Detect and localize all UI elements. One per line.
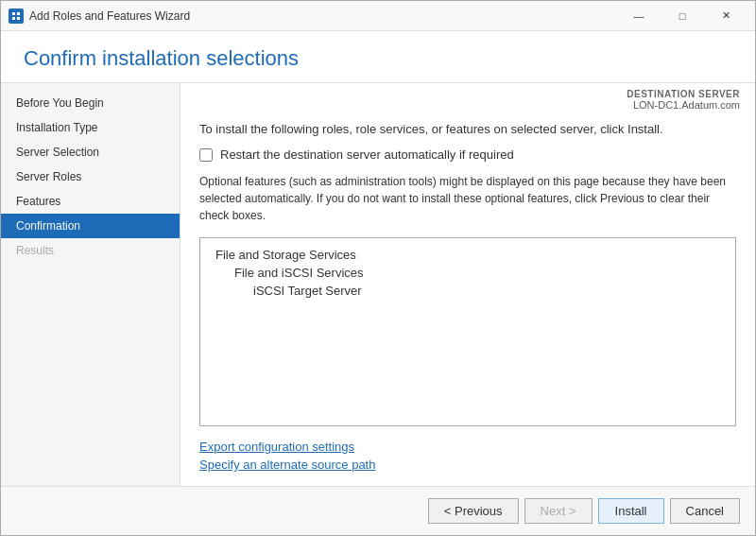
feature-item-0: File and Storage Services: [215, 248, 720, 262]
restart-checkbox-row: Restart the destination server automatic…: [199, 147, 736, 162]
sidebar-item-server-selection[interactable]: Server Selection: [1, 140, 180, 164]
restart-checkbox-label: Restart the destination server automatic…: [220, 147, 514, 162]
features-box: File and Storage Services File and iSCSI…: [199, 237, 736, 426]
sidebar-item-features[interactable]: Features: [1, 189, 180, 214]
alternate-source-link[interactable]: Specify an alternate source path: [199, 458, 736, 472]
restart-checkbox[interactable]: [199, 148, 213, 162]
right-content: DESTINATION SERVER LON-DC1.Adatum.com To…: [180, 83, 755, 486]
sidebar-item-confirmation[interactable]: Confirmation: [1, 214, 180, 238]
svg-rect-1: [12, 12, 15, 15]
titlebar-title: Add Roles and Features Wizard: [29, 9, 617, 23]
destination-server-info: DESTINATION SERVER LON-DC1.Adatum.com: [180, 83, 755, 111]
titlebar-icon: [9, 9, 24, 24]
titlebar-controls: — □ ✕: [617, 1, 747, 31]
svg-rect-2: [17, 12, 20, 15]
links-area: Export configuration settings Specify an…: [199, 440, 736, 472]
maximize-button[interactable]: □: [661, 1, 704, 31]
wizard-window: Add Roles and Features Wizard — □ ✕ Conf…: [0, 0, 756, 536]
export-config-link[interactable]: Export configuration settings: [199, 440, 736, 454]
sidebar: Before You Begin Installation Type Serve…: [1, 83, 180, 486]
sidebar-item-server-roles[interactable]: Server Roles: [1, 164, 180, 189]
sidebar-item-before-you-begin[interactable]: Before You Begin: [1, 91, 180, 115]
next-button[interactable]: Next >: [524, 498, 593, 524]
titlebar: Add Roles and Features Wizard — □ ✕: [1, 1, 755, 31]
body-content: To install the following roles, role ser…: [180, 111, 755, 486]
feature-item-1: File and iSCSI Services: [215, 266, 720, 280]
minimize-button[interactable]: —: [617, 1, 661, 31]
intro-text: To install the following roles, role ser…: [199, 122, 736, 136]
destination-server-label: DESTINATION SERVER: [180, 89, 740, 99]
optional-text: Optional features (such as administratio…: [199, 173, 736, 224]
previous-button[interactable]: < Previous: [428, 498, 519, 524]
svg-rect-0: [10, 10, 22, 22]
close-button[interactable]: ✕: [704, 1, 747, 31]
install-button[interactable]: Install: [598, 498, 664, 524]
sidebar-item-installation-type[interactable]: Installation Type: [1, 115, 180, 140]
cancel-button[interactable]: Cancel: [670, 498, 740, 524]
feature-item-2: iSCSI Target Server: [215, 284, 720, 298]
page-title: Confirm installation selections: [24, 46, 732, 71]
main-area: Before You Begin Installation Type Serve…: [1, 83, 755, 486]
svg-rect-3: [12, 17, 15, 20]
footer: < Previous Next > Install Cancel: [1, 486, 755, 535]
svg-rect-4: [17, 17, 20, 20]
page-header: Confirm installation selections: [1, 31, 755, 83]
destination-server-name: LON-DC1.Adatum.com: [180, 99, 740, 111]
sidebar-item-results: Results: [1, 238, 180, 263]
